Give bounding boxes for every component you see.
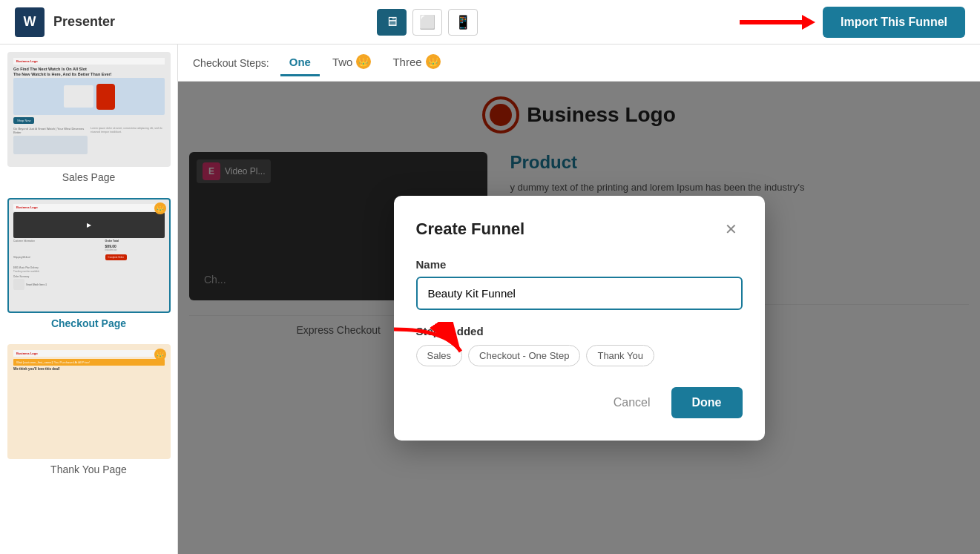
- preview-area: Business Logo E Video Pl...: [178, 82, 980, 554]
- header: W Presenter 🖥 ⬜ 📱 Import This Funnel: [0, 0, 980, 44]
- tab-one[interactable]: One: [280, 50, 320, 76]
- thankyou-page-thumbnail: Business Logo Wait [customer_first_name]…: [7, 344, 171, 459]
- header-left: W Presenter: [15, 7, 115, 37]
- funnel-name-input[interactable]: [416, 277, 743, 310]
- modal-overlay: Create Funnel ✕ Name Steps Added Sales C…: [178, 82, 980, 554]
- step-chip-thankyou: Thank You: [586, 345, 654, 366]
- modal-footer: Cancel Done: [416, 387, 743, 418]
- thankyou-page-label: Thank You Page: [7, 464, 170, 475]
- tab-three[interactable]: Three 👑: [384, 48, 449, 77]
- sidebar-item-checkout[interactable]: Business Logo ▶ Customer Information Shi…: [7, 198, 170, 329]
- modal-header: Create Funnel ✕: [416, 218, 743, 240]
- name-field-label: Name: [416, 258, 743, 271]
- tab-three-crown: 👑: [426, 54, 441, 69]
- steps-chips-container: Sales Checkout - One Step Thank You: [416, 345, 743, 366]
- checkout-steps-tabs: Checkout Steps: One Two 👑 Three 👑: [178, 44, 980, 82]
- tab-two-crown: 👑: [356, 54, 371, 69]
- tablet-device-button[interactable]: ⬜: [412, 9, 442, 36]
- done-button[interactable]: Done: [671, 387, 743, 418]
- import-arrow-indicator: [740, 20, 806, 24]
- sidebar: Business Logo Go Find The Next Watch Is …: [0, 44, 178, 554]
- checkout-steps-label: Checkout Steps:: [193, 57, 269, 69]
- checkout-page-thumbnail: Business Logo ▶ Customer Information Shi…: [7, 198, 171, 313]
- main-layout: Business Logo Go Find The Next Watch Is …: [0, 44, 980, 554]
- header-right: Import This Funnel: [740, 7, 965, 38]
- sidebar-item-thankyou[interactable]: Business Logo Wait [customer_first_name]…: [7, 344, 170, 475]
- cancel-button[interactable]: Cancel: [602, 387, 662, 418]
- step-chip-checkout: Checkout - One Step: [468, 345, 580, 366]
- desktop-device-button[interactable]: 🖥: [377, 9, 407, 36]
- sidebar-item-sales[interactable]: Business Logo Go Find The Next Watch Is …: [7, 52, 170, 183]
- modal-close-button[interactable]: ✕: [720, 218, 743, 240]
- sales-page-thumbnail: Business Logo Go Find The Next Watch Is …: [7, 52, 171, 167]
- mobile-device-button[interactable]: 📱: [448, 9, 478, 36]
- device-switcher: 🖥 ⬜ 📱: [377, 9, 478, 36]
- import-funnel-button[interactable]: Import This Funnel: [823, 7, 965, 38]
- app-logo: W: [15, 7, 45, 37]
- sales-page-label: Sales Page: [7, 171, 170, 183]
- create-funnel-modal: Create Funnel ✕ Name Steps Added Sales C…: [394, 196, 765, 441]
- modal-title: Create Funnel: [416, 220, 525, 239]
- step-chip-sales: Sales: [416, 345, 463, 366]
- steps-added-label: Steps Added: [416, 325, 743, 337]
- app-title: Presenter: [53, 14, 115, 30]
- checkout-page-label: Checkout Page: [7, 317, 170, 329]
- tab-two[interactable]: Two 👑: [323, 48, 381, 77]
- logo-text: W: [24, 14, 36, 30]
- content-area: Checkout Steps: One Two 👑 Three 👑: [178, 44, 980, 554]
